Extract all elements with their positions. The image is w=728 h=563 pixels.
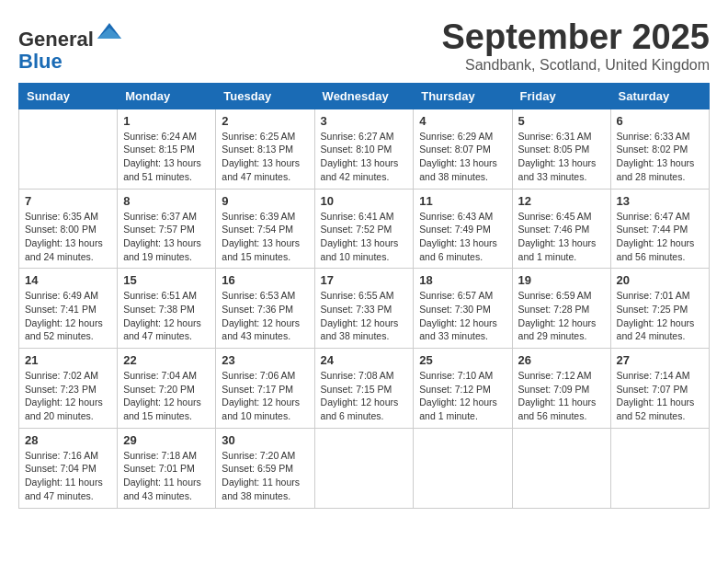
day-number: 25 <box>419 353 506 367</box>
calendar-cell: 4Sunrise: 6:29 AM Sunset: 8:07 PM Daylig… <box>414 109 512 189</box>
day-info: Sunrise: 7:12 AM Sunset: 7:09 PM Dayligh… <box>518 369 605 423</box>
calendar-cell <box>414 428 512 508</box>
day-number: 8 <box>123 194 210 208</box>
calendar-week-row: 7Sunrise: 6:35 AM Sunset: 8:00 PM Daylig… <box>19 189 710 269</box>
calendar-cell: 11Sunrise: 6:43 AM Sunset: 7:49 PM Dayli… <box>414 189 512 269</box>
day-number: 10 <box>321 194 408 208</box>
day-info: Sunrise: 7:20 AM Sunset: 6:59 PM Dayligh… <box>222 449 308 503</box>
day-info: Sunrise: 6:27 AM Sunset: 8:10 PM Dayligh… <box>321 130 408 184</box>
day-number: 19 <box>518 273 605 287</box>
day-info: Sunrise: 6:45 AM Sunset: 7:46 PM Dayligh… <box>518 210 605 264</box>
calendar-cell: 21Sunrise: 7:02 AM Sunset: 7:23 PM Dayli… <box>19 349 118 429</box>
day-number: 12 <box>518 194 605 208</box>
day-info: Sunrise: 6:55 AM Sunset: 7:33 PM Dayligh… <box>321 289 408 343</box>
calendar-week-row: 1Sunrise: 6:24 AM Sunset: 8:15 PM Daylig… <box>19 109 710 189</box>
calendar-cell <box>19 109 118 189</box>
weekday-header: Wednesday <box>314 83 414 109</box>
day-info: Sunrise: 7:08 AM Sunset: 7:15 PM Dayligh… <box>321 369 408 423</box>
weekday-header: Thursday <box>414 83 512 109</box>
weekday-header: Tuesday <box>216 83 314 109</box>
day-info: Sunrise: 7:04 AM Sunset: 7:20 PM Dayligh… <box>123 369 210 423</box>
calendar-cell: 17Sunrise: 6:55 AM Sunset: 7:33 PM Dayli… <box>314 269 414 349</box>
day-info: Sunrise: 6:49 AM Sunset: 7:41 PM Dayligh… <box>25 289 111 343</box>
logo-general: General <box>18 28 94 51</box>
day-info: Sunrise: 6:24 AM Sunset: 8:15 PM Dayligh… <box>123 130 210 184</box>
calendar-cell: 3Sunrise: 6:27 AM Sunset: 8:10 PM Daylig… <box>314 109 414 189</box>
calendar-week-row: 21Sunrise: 7:02 AM Sunset: 7:23 PM Dayli… <box>19 349 710 429</box>
logo: General Blue <box>18 18 123 73</box>
day-number: 30 <box>222 433 308 447</box>
day-info: Sunrise: 6:33 AM Sunset: 8:02 PM Dayligh… <box>617 130 703 184</box>
calendar-cell: 13Sunrise: 6:47 AM Sunset: 7:44 PM Dayli… <box>610 189 709 269</box>
calendar-cell: 1Sunrise: 6:24 AM Sunset: 8:15 PM Daylig… <box>118 109 216 189</box>
day-number: 5 <box>518 114 605 128</box>
day-number: 15 <box>123 273 210 287</box>
calendar-cell: 15Sunrise: 6:51 AM Sunset: 7:38 PM Dayli… <box>118 269 216 349</box>
calendar-week-row: 28Sunrise: 7:16 AM Sunset: 7:04 PM Dayli… <box>19 428 710 508</box>
day-number: 13 <box>617 194 703 208</box>
weekday-header: Friday <box>512 83 610 109</box>
day-number: 24 <box>321 353 408 367</box>
weekday-header: Saturday <box>610 83 709 109</box>
calendar-cell: 18Sunrise: 6:57 AM Sunset: 7:30 PM Dayli… <box>414 269 512 349</box>
day-info: Sunrise: 6:53 AM Sunset: 7:36 PM Dayligh… <box>222 289 308 343</box>
day-number: 6 <box>617 114 703 128</box>
calendar-cell: 6Sunrise: 6:33 AM Sunset: 8:02 PM Daylig… <box>610 109 709 189</box>
month-title: September 2025 <box>442 18 711 57</box>
calendar-cell: 30Sunrise: 7:20 AM Sunset: 6:59 PM Dayli… <box>216 428 314 508</box>
day-info: Sunrise: 7:06 AM Sunset: 7:17 PM Dayligh… <box>222 369 308 423</box>
day-number: 9 <box>222 194 308 208</box>
day-info: Sunrise: 6:57 AM Sunset: 7:30 PM Dayligh… <box>419 289 506 343</box>
calendar-cell: 20Sunrise: 7:01 AM Sunset: 7:25 PM Dayli… <box>610 269 709 349</box>
day-number: 14 <box>25 273 111 287</box>
page-header: General Blue September 2025 Sandbank, Sc… <box>18 18 710 74</box>
day-number: 26 <box>518 353 605 367</box>
calendar-cell: 2Sunrise: 6:25 AM Sunset: 8:13 PM Daylig… <box>216 109 314 189</box>
calendar-cell: 27Sunrise: 7:14 AM Sunset: 7:07 PM Dayli… <box>610 349 709 429</box>
day-info: Sunrise: 7:10 AM Sunset: 7:12 PM Dayligh… <box>419 369 506 423</box>
logo-icon <box>96 18 123 46</box>
day-number: 2 <box>222 114 308 128</box>
day-info: Sunrise: 6:37 AM Sunset: 7:57 PM Dayligh… <box>123 210 210 264</box>
calendar-cell: 24Sunrise: 7:08 AM Sunset: 7:15 PM Dayli… <box>314 349 414 429</box>
calendar-cell: 19Sunrise: 6:59 AM Sunset: 7:28 PM Dayli… <box>512 269 610 349</box>
day-number: 17 <box>321 273 408 287</box>
day-number: 16 <box>222 273 308 287</box>
day-number: 11 <box>419 194 506 208</box>
calendar-week-row: 14Sunrise: 6:49 AM Sunset: 7:41 PM Dayli… <box>19 269 710 349</box>
day-info: Sunrise: 6:29 AM Sunset: 8:07 PM Dayligh… <box>419 130 506 184</box>
calendar-cell: 26Sunrise: 7:12 AM Sunset: 7:09 PM Dayli… <box>512 349 610 429</box>
calendar-cell: 12Sunrise: 6:45 AM Sunset: 7:46 PM Dayli… <box>512 189 610 269</box>
day-info: Sunrise: 7:02 AM Sunset: 7:23 PM Dayligh… <box>25 369 111 423</box>
day-number: 23 <box>222 353 308 367</box>
logo-blue: Blue <box>18 50 63 73</box>
calendar-header-row: SundayMondayTuesdayWednesdayThursdayFrid… <box>19 83 710 109</box>
day-info: Sunrise: 6:41 AM Sunset: 7:52 PM Dayligh… <box>321 210 408 264</box>
calendar-cell: 8Sunrise: 6:37 AM Sunset: 7:57 PM Daylig… <box>118 189 216 269</box>
day-number: 28 <box>25 433 111 447</box>
day-info: Sunrise: 6:59 AM Sunset: 7:28 PM Dayligh… <box>518 289 605 343</box>
day-number: 21 <box>25 353 111 367</box>
day-info: Sunrise: 6:47 AM Sunset: 7:44 PM Dayligh… <box>617 210 703 264</box>
calendar-cell: 23Sunrise: 7:06 AM Sunset: 7:17 PM Dayli… <box>216 349 314 429</box>
calendar-cell: 16Sunrise: 6:53 AM Sunset: 7:36 PM Dayli… <box>216 269 314 349</box>
calendar-cell: 22Sunrise: 7:04 AM Sunset: 7:20 PM Dayli… <box>118 349 216 429</box>
title-block: September 2025 Sandbank, Scotland, Unite… <box>442 18 711 74</box>
calendar-table: SundayMondayTuesdayWednesdayThursdayFrid… <box>18 83 710 509</box>
weekday-header: Monday <box>118 83 216 109</box>
calendar-cell <box>512 428 610 508</box>
day-number: 18 <box>419 273 506 287</box>
calendar-cell: 10Sunrise: 6:41 AM Sunset: 7:52 PM Dayli… <box>314 189 414 269</box>
day-number: 29 <box>123 433 210 447</box>
calendar-cell: 9Sunrise: 6:39 AM Sunset: 7:54 PM Daylig… <box>216 189 314 269</box>
calendar-cell: 28Sunrise: 7:16 AM Sunset: 7:04 PM Dayli… <box>19 428 118 508</box>
calendar-cell: 25Sunrise: 7:10 AM Sunset: 7:12 PM Dayli… <box>414 349 512 429</box>
day-number: 4 <box>419 114 506 128</box>
calendar-cell: 29Sunrise: 7:18 AM Sunset: 7:01 PM Dayli… <box>118 428 216 508</box>
day-info: Sunrise: 6:35 AM Sunset: 8:00 PM Dayligh… <box>25 210 111 264</box>
calendar-cell <box>314 428 414 508</box>
calendar-cell <box>610 428 709 508</box>
calendar-cell: 7Sunrise: 6:35 AM Sunset: 8:00 PM Daylig… <box>19 189 118 269</box>
day-info: Sunrise: 6:39 AM Sunset: 7:54 PM Dayligh… <box>222 210 308 264</box>
day-info: Sunrise: 7:16 AM Sunset: 7:04 PM Dayligh… <box>25 449 111 503</box>
